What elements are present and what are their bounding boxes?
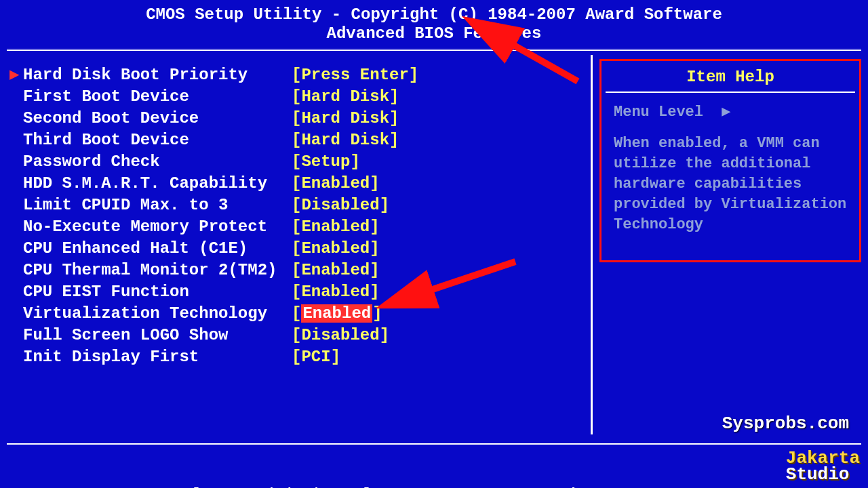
setting-value[interactable]: [Enabled] [292,238,380,260]
selection-arrow-icon [9,281,23,303]
setting-value[interactable]: [Enabled] [292,260,380,281]
selection-arrow-icon [9,129,23,151]
setting-value[interactable]: [Disabled] [292,195,389,216]
setting-label: First Boot Device [23,86,292,108]
setting-label: Virtualization Technology [23,303,292,325]
selection-arrow-icon [9,260,23,281]
setting-label: Second Boot Device [23,108,292,129]
item-help-box: Item Help Menu Level ▶ When enabled, a V… [599,59,861,262]
selection-arrow-icon [9,238,23,260]
setting-value[interactable]: [Enabled] [292,173,380,195]
setting-row[interactable]: ▶Hard Disk Boot Priority[Press Enter] [9,64,584,86]
setting-row[interactable]: HDD S.M.A.R.T. Capability[Enabled] [9,173,584,195]
setting-label: Third Boot Device [23,129,292,151]
setting-row[interactable]: Virtualization Technology[Enabled] [9,303,584,325]
setting-row[interactable]: Init Display First[PCI] [9,346,584,368]
setting-label: Password Check [23,151,292,173]
triangle-icon: ▶ [722,104,730,121]
menu-level-row: Menu Level ▶ [614,102,847,123]
setting-label: Hard Disk Boot Priority [23,64,292,86]
selection-arrow-icon [9,151,23,173]
setting-label: Limit CPUID Max. to 3 [23,195,292,216]
footer-hint-row-1: ↑↓←→:Move Enter:Select +/-/PU/PD:Value F… [14,485,854,488]
footer-divider [7,443,861,445]
setting-value[interactable]: [Press Enter] [292,64,418,86]
item-help-panel: Item Help Menu Level ▶ When enabled, a V… [597,55,868,434]
setting-row[interactable]: CPU Thermal Monitor 2(TM2)[Enabled] [9,260,584,281]
setting-row[interactable]: Second Boot Device[Hard Disk] [9,108,584,129]
selection-arrow-icon [9,108,23,129]
bios-screen: CMOS Setup Utility - Copyright (C) 1984-… [0,0,868,488]
selection-arrow-icon [9,86,23,108]
vertical-divider [591,55,593,434]
watermark-sysprobs: Sysprobs.com [722,413,849,434]
menu-level-label: Menu Level [614,104,703,121]
selection-arrow-icon [9,325,23,346]
setting-label: CPU EIST Function [23,281,292,303]
item-help-body: Menu Level ▶ When enabled, a VMM can uti… [601,93,859,235]
setting-value[interactable]: [Enabled] [292,216,380,238]
setting-row[interactable]: Third Boot Device[Hard Disk] [9,129,584,151]
selection-arrow-icon [9,346,23,368]
setting-label: Init Display First [23,346,292,368]
selection-arrow-icon [9,195,23,216]
setting-value[interactable]: [Hard Disk] [292,129,399,151]
setting-value[interactable]: [Enabled] [292,281,380,303]
setting-row[interactable]: Full Screen LOGO Show[Disabled] [9,325,584,346]
watermark-studio: Studio [786,464,850,485]
selection-arrow-icon [9,303,23,325]
selection-arrow-icon [9,216,23,238]
title-bar: CMOS Setup Utility - Copyright (C) 1984-… [0,0,868,47]
setting-value[interactable]: [Disabled] [292,325,389,346]
setting-row[interactable]: Password Check[Setup] [9,151,584,173]
setting-label: CPU Enhanced Halt (C1E) [23,238,292,260]
settings-panel[interactable]: ▶Hard Disk Boot Priority[Press Enter] Fi… [0,55,587,434]
setting-label: No-Execute Memory Protect [23,216,292,238]
setting-row[interactable]: CPU EIST Function[Enabled] [9,281,584,303]
watermark-jakarta-studio: Jakarta Studio [786,450,860,483]
selection-arrow-icon: ▶ [9,64,23,86]
header-divider [7,49,861,55]
setting-row[interactable]: CPU Enhanced Halt (C1E)[Enabled] [9,238,584,260]
setting-row[interactable]: Limit CPUID Max. to 3[Disabled] [9,195,584,216]
setting-label: CPU Thermal Monitor 2(TM2) [23,260,292,281]
item-help-title: Item Help [601,61,859,92]
title-line-2: Advanced BIOS Features [0,24,868,43]
setting-value[interactable]: [PCI] [292,346,340,368]
setting-value[interactable]: [Hard Disk] [292,108,399,129]
title-line-1: CMOS Setup Utility - Copyright (C) 1984-… [0,5,868,24]
setting-value[interactable]: [Enabled] [292,303,382,325]
footer: ↑↓←→:Move Enter:Select +/-/PU/PD:Value F… [0,443,868,488]
setting-label: Full Screen LOGO Show [23,325,292,346]
setting-value[interactable]: [Setup] [292,151,360,173]
setting-label: HDD S.M.A.R.T. Capability [23,173,292,195]
selection-arrow-icon [9,173,23,195]
setting-value[interactable]: [Hard Disk] [292,86,399,108]
setting-row[interactable]: No-Execute Memory Protect[Enabled] [9,216,584,238]
item-help-text: When enabled, a VMM can utilize the addi… [614,134,847,235]
main-area: ▶Hard Disk Boot Priority[Press Enter] Fi… [0,55,868,434]
setting-row[interactable]: First Boot Device[Hard Disk] [9,86,584,108]
